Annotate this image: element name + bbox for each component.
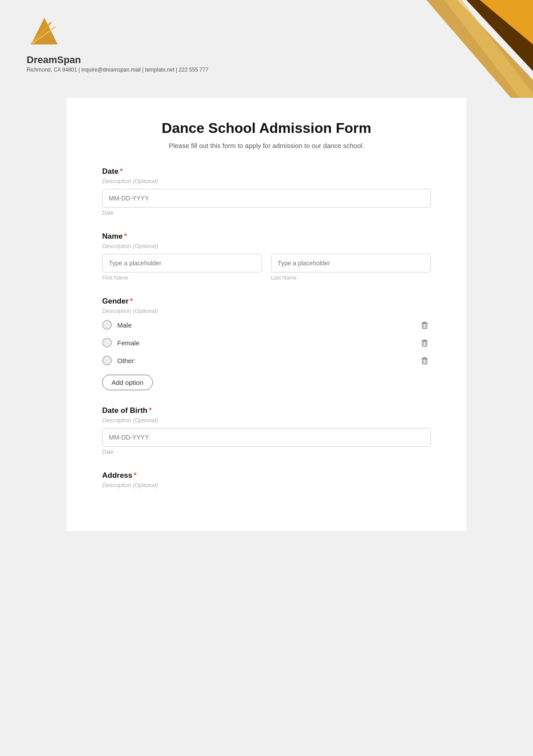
last-name-input[interactable]: [271, 254, 431, 272]
company-info: Richmond, CA 94801 | inquire@dreamspan.m…: [27, 67, 208, 73]
header-decoration: [355, 0, 533, 98]
date-input[interactable]: [102, 189, 431, 208]
gender-male-label: Male: [117, 321, 132, 329]
name-description: Description (Optional): [102, 243, 431, 249]
date-description: Description (Optional): [102, 178, 431, 184]
first-name-hint: First Name: [102, 275, 262, 281]
dob-description: Description (Optional): [102, 417, 431, 424]
delete-female-button[interactable]: [418, 336, 431, 349]
section-name: Name* Description (Optional) First Name …: [102, 232, 431, 281]
main-form-container: Dance School Admission Form Please fill …: [67, 98, 466, 531]
last-name-col: Last Name: [271, 254, 431, 281]
company-name: DreamSpan: [27, 54, 208, 66]
trash-icon: [420, 320, 430, 330]
trash-icon: [420, 356, 430, 365]
form-subtitle: Please fill out this form to apply for a…: [102, 142, 431, 149]
company-logo: [27, 13, 62, 49]
radio-female[interactable]: [102, 338, 112, 348]
date-label: Date*: [102, 167, 431, 176]
gender-label: Gender*: [102, 297, 431, 306]
gender-other-label: Other:: [117, 357, 136, 364]
dob-input[interactable]: [102, 428, 431, 447]
logo-area: DreamSpan Richmond, CA 94801 | inquire@d…: [27, 13, 208, 73]
gender-option-male: Male: [102, 319, 431, 331]
first-name-input[interactable]: [102, 254, 262, 272]
dob-label: Date of Birth*: [102, 406, 431, 415]
date-hint: Date: [102, 210, 431, 216]
add-option-label: Add option: [111, 379, 143, 386]
trash-icon: [420, 338, 430, 348]
gender-option-female: Female: [102, 336, 431, 349]
gender-description: Description (Optional): [102, 308, 431, 314]
gender-female-label: Female: [117, 339, 139, 347]
svg-rect-12: [422, 341, 427, 346]
dob-hint: Date: [102, 449, 431, 455]
gender-option-other: Other:: [102, 354, 431, 367]
address-label: Address*: [102, 471, 431, 480]
address-description: Description (Optional): [102, 482, 431, 488]
first-name-col: First Name: [102, 254, 262, 281]
form-title: Dance School Admission Form: [102, 120, 431, 136]
svg-rect-7: [422, 324, 427, 328]
svg-rect-19: [424, 358, 426, 359]
svg-rect-9: [424, 322, 426, 324]
svg-rect-17: [422, 359, 427, 364]
section-address: Address* Description (Optional): [102, 471, 431, 488]
svg-rect-14: [424, 340, 426, 341]
name-fields-row: First Name Last Name: [102, 254, 431, 281]
section-gender: Gender* Description (Optional) Male: [102, 297, 431, 390]
section-dob: Date of Birth* Description (Optional) Da…: [102, 406, 431, 455]
section-date: Date* Description (Optional) Date: [102, 167, 431, 216]
page-header: DreamSpan Richmond, CA 94801 | inquire@d…: [0, 0, 533, 98]
delete-other-button[interactable]: [418, 354, 431, 367]
last-name-hint: Last Name: [271, 275, 431, 281]
add-option-button[interactable]: Add option: [102, 375, 153, 390]
delete-male-button[interactable]: [418, 319, 431, 331]
name-label: Name*: [102, 232, 431, 241]
radio-male[interactable]: [102, 320, 112, 330]
radio-other[interactable]: [102, 356, 112, 365]
